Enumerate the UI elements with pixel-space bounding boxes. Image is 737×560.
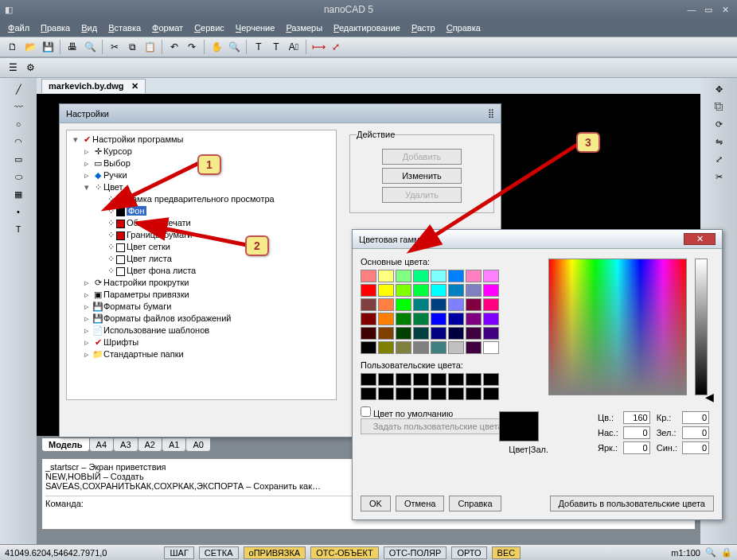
- g-input[interactable]: [682, 426, 709, 439]
- color-swatch[interactable]: [431, 298, 446, 311]
- status-search-icon[interactable]: 🔍: [705, 547, 716, 558]
- color-help-button[interactable]: Справка: [449, 496, 501, 511]
- layer-icon[interactable]: ☰: [5, 60, 21, 76]
- color-swatch[interactable]: [378, 327, 394, 340]
- scale-readout[interactable]: m1:100: [671, 548, 700, 558]
- hatch-icon[interactable]: ▦: [10, 186, 26, 202]
- props-icon[interactable]: ⚙: [22, 60, 38, 76]
- tree-color-grid[interactable]: ⁘Цвет сетки: [70, 241, 333, 253]
- maximize-icon[interactable]: ▭: [701, 5, 716, 15]
- color-swatch[interactable]: [483, 298, 499, 311]
- pan-icon[interactable]: ✋: [209, 39, 224, 55]
- color-swatch[interactable]: [448, 284, 464, 297]
- settings-close-icon[interactable]: ⣿: [488, 108, 494, 119]
- color-swatch[interactable]: [396, 298, 411, 311]
- color-gradient[interactable]: [548, 259, 687, 395]
- tree-folders[interactable]: ▹📁Стандартные папки: [70, 348, 333, 360]
- tree-fonts[interactable]: ▹✔Шрифты: [70, 336, 333, 348]
- color-swatch[interactable]: [483, 341, 499, 354]
- color-close-icon[interactable]: ✕: [684, 233, 716, 245]
- toggle-ots-polar[interactable]: ОТС-ПОЛЯР: [384, 546, 447, 559]
- default-color-checkbox[interactable]: Цвет по умолчанию: [361, 409, 453, 418]
- color-swatch[interactable]: [361, 298, 376, 311]
- color-swatch[interactable]: [483, 313, 499, 325]
- color-swatch[interactable]: [448, 270, 464, 282]
- dim2-icon[interactable]: ⤢: [328, 39, 344, 55]
- find-icon[interactable]: Aͤ: [286, 39, 302, 55]
- tree-color-sheetbg[interactable]: ⁘Цвет фона листа: [70, 265, 333, 277]
- tree-color[interactable]: ▾⁘Цвет: [70, 181, 333, 193]
- new-icon[interactable]: 🗋: [5, 39, 21, 55]
- menu-view[interactable]: Вид: [81, 23, 97, 33]
- menu-raster[interactable]: Растр: [411, 23, 435, 33]
- tree-color-paper[interactable]: ⁘Границы бумаги: [70, 229, 333, 241]
- color-swatch[interactable]: [361, 270, 376, 282]
- line-icon[interactable]: ╱: [10, 81, 26, 97]
- color-swatch[interactable]: [466, 284, 482, 297]
- color-cancel-button[interactable]: Отмена: [396, 496, 444, 511]
- toggle-osnap[interactable]: оПРИВЯЗКА: [244, 546, 306, 559]
- tree-color-bg[interactable]: ⁘Фон: [70, 205, 333, 217]
- color-swatch[interactable]: [378, 341, 394, 354]
- cut-icon[interactable]: ✂: [107, 39, 123, 55]
- preview-icon[interactable]: 🔍: [82, 39, 98, 55]
- rect-icon[interactable]: ▭: [10, 151, 26, 167]
- tab-a4[interactable]: A4: [89, 438, 114, 452]
- color-swatch[interactable]: [361, 341, 376, 354]
- color-swatch[interactable]: [413, 284, 429, 297]
- mirror-icon[interactable]: ⇋: [711, 134, 727, 150]
- color-swatch[interactable]: [483, 284, 499, 297]
- color-swatch[interactable]: [466, 313, 482, 325]
- color-swatch[interactable]: [413, 313, 429, 325]
- print-icon[interactable]: 🖶: [64, 39, 80, 55]
- color-swatch[interactable]: [361, 313, 376, 325]
- color-swatch[interactable]: [396, 327, 411, 340]
- text-icon[interactable]: T: [251, 39, 267, 55]
- color-swatch[interactable]: [378, 298, 394, 311]
- hue-input[interactable]: [623, 411, 650, 424]
- menu-modify[interactable]: Редактирование: [333, 23, 400, 33]
- undo-icon[interactable]: ↶: [166, 39, 182, 55]
- zoom-icon[interactable]: 🔍: [226, 39, 242, 55]
- scale-icon[interactable]: ⤢: [711, 151, 727, 167]
- toggle-weight[interactable]: ВЕС: [492, 546, 521, 559]
- trim-icon[interactable]: ✂: [711, 169, 727, 185]
- color-swatch[interactable]: [361, 284, 376, 297]
- tree-templates[interactable]: ▹📄Использование шаблонов: [70, 325, 333, 336]
- color-swatch[interactable]: [413, 270, 429, 282]
- rotate-icon[interactable]: ⟳: [711, 116, 727, 132]
- copy2-icon[interactable]: ⿻: [711, 99, 727, 115]
- color-swatch[interactable]: [413, 298, 429, 311]
- menu-insert[interactable]: Вставка: [108, 23, 141, 33]
- color-swatch[interactable]: [378, 313, 394, 325]
- menu-draw[interactable]: Черчение: [236, 23, 275, 33]
- tree-color-print[interactable]: ⁘Область печати: [70, 217, 333, 229]
- ellipse-icon[interactable]: ⬭: [10, 169, 26, 185]
- point-icon[interactable]: •: [10, 204, 26, 220]
- tab-model[interactable]: Модель: [41, 438, 90, 452]
- color-swatch[interactable]: [483, 327, 499, 340]
- close-icon[interactable]: ✕: [718, 5, 732, 15]
- toggle-ortho[interactable]: ОРТО: [451, 546, 486, 559]
- tree-snap[interactable]: ▹▣Параметры привязки: [70, 289, 333, 301]
- tree-color-sheet[interactable]: ⁘Цвет листа: [70, 253, 333, 265]
- luminance-arrow-icon[interactable]: ◀: [705, 391, 714, 403]
- save-icon[interactable]: 💾: [40, 39, 56, 55]
- tree-root[interactable]: ▾✔Настройки программы: [70, 134, 333, 146]
- menu-dim[interactable]: Размеры: [286, 23, 322, 33]
- toggle-grid[interactable]: СЕТКА: [199, 546, 239, 559]
- color-swatch[interactable]: [396, 341, 411, 354]
- color-swatch[interactable]: [448, 313, 464, 325]
- polyline-icon[interactable]: 〰: [10, 99, 26, 115]
- color-swatch[interactable]: [431, 270, 446, 282]
- menu-edit[interactable]: Правка: [41, 23, 70, 33]
- toggle-step[interactable]: ШАГ: [164, 546, 193, 559]
- doc-tab-close-icon[interactable]: ✕: [131, 81, 138, 91]
- redo-icon[interactable]: ↷: [184, 39, 200, 55]
- add-to-custom-button[interactable]: Добавить в пользовательские цвета: [550, 496, 714, 511]
- color-swatch[interactable]: [448, 327, 464, 340]
- minimize-icon[interactable]: —: [684, 5, 699, 14]
- open-icon[interactable]: 📂: [22, 39, 38, 55]
- tree-scroll[interactable]: ▹⟳Настройки прокрутки: [70, 277, 333, 289]
- color-swatch[interactable]: [431, 341, 446, 354]
